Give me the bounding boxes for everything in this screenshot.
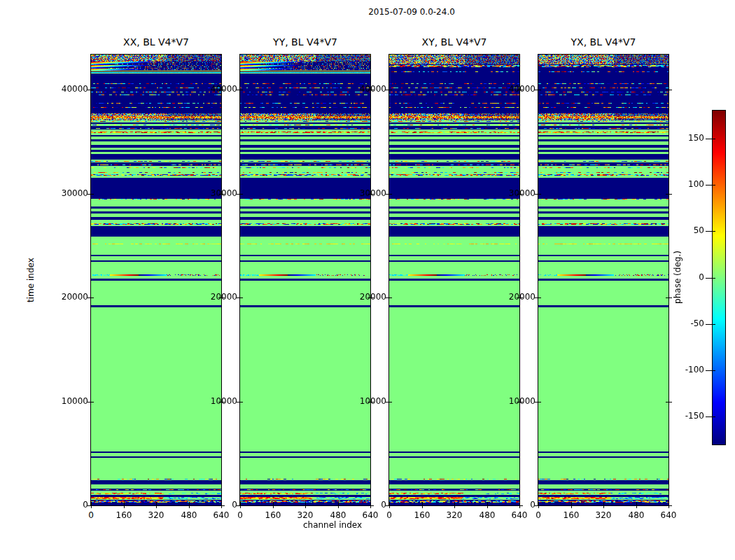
- y-tick-mark: [666, 298, 672, 298]
- colorbar-tick-mark: [706, 416, 715, 417]
- y-tick-label: 10000: [509, 396, 536, 407]
- x-tick-label: 640: [654, 510, 682, 521]
- figure-title: 2015-07-09 0.0-24.0: [307, 7, 517, 17]
- x-tick-label: 320: [589, 510, 617, 521]
- y-tick-label: 40000: [360, 84, 386, 94]
- x-tick-label: 320: [291, 510, 319, 521]
- x-tick-label: 480: [473, 510, 501, 521]
- heatmap-canvas-xx: [91, 55, 221, 505]
- y-tick-label: 10000: [62, 396, 88, 407]
- x-tick-label: 0: [77, 510, 105, 521]
- y-tick-label: 20000: [211, 292, 237, 302]
- y-tick-label: 40000: [62, 84, 88, 94]
- y-tick-label: 20000: [360, 292, 386, 302]
- y-tick-mark: [535, 402, 541, 402]
- y-tick-label: 10000: [211, 396, 237, 407]
- y-tick-label: 40000: [509, 84, 536, 94]
- y-tick-label: 40000: [211, 84, 237, 94]
- x-tick-label: 160: [408, 510, 436, 521]
- x-tick-label: 480: [622, 510, 650, 521]
- x-tick-mark: [571, 502, 572, 508]
- y-tick-mark: [535, 298, 541, 298]
- x-tick-label: 160: [259, 510, 287, 521]
- x-tick-label: 320: [440, 510, 468, 521]
- x-tick-label: 480: [324, 510, 352, 521]
- heatmap-panel-yy: [239, 54, 371, 506]
- x-tick-mark: [668, 502, 669, 508]
- panel-title-xx: XX, BL V4*V7: [91, 36, 221, 48]
- y-tick-mark: [386, 402, 392, 402]
- panel-title-xy: XY, BL V4*V7: [389, 36, 519, 48]
- x-tick-mark: [124, 502, 125, 508]
- heatmap-canvas-xy: [389, 55, 519, 505]
- colorbar-tick-mark: [706, 231, 715, 232]
- y-tick-label: 30000: [62, 188, 88, 199]
- x-tick-mark: [338, 502, 339, 508]
- y-tick-mark: [666, 194, 672, 195]
- y-tick-mark: [535, 90, 541, 90]
- x-tick-mark: [273, 502, 274, 508]
- y-tick-label: 0: [83, 500, 88, 510]
- y-tick-mark: [666, 90, 672, 90]
- y-tick-mark: [88, 90, 94, 90]
- x-tick-mark: [454, 502, 455, 508]
- y-tick-mark: [386, 194, 392, 195]
- x-tick-label: 160: [110, 510, 138, 521]
- y-tick-mark: [535, 194, 541, 195]
- colorbar-tick-label: 100: [688, 179, 704, 190]
- colorbar-tick-label: 0: [699, 272, 704, 283]
- heatmap-panel-xx: [90, 54, 222, 506]
- y-tick-label: 10000: [360, 396, 386, 407]
- y-tick-mark: [237, 194, 243, 195]
- colorbar-tick-label: 50: [694, 225, 704, 236]
- figure-canvas: 2015-07-09 0.0-24.0 XX, BL V4*V7 YY, BL …: [0, 0, 735, 560]
- y-tick-label: 20000: [62, 292, 88, 302]
- x-tick-label: 160: [557, 510, 585, 521]
- panel-title-yy: YY, BL V4*V7: [240, 36, 370, 48]
- x-tick-label: 480: [175, 510, 203, 521]
- y-tick-label: 30000: [360, 188, 386, 199]
- x-tick-mark: [221, 502, 222, 508]
- y-tick-mark: [88, 402, 94, 402]
- x-tick-mark: [91, 502, 92, 508]
- y-tick-mark: [386, 298, 392, 298]
- colorbar-tick-label: 150: [688, 133, 704, 144]
- x-axis-label: channel index: [290, 520, 374, 530]
- y-tick-label: 0: [381, 500, 386, 510]
- x-tick-label: 320: [142, 510, 170, 521]
- colorbar-tick-mark: [706, 324, 715, 325]
- colorbar-tick-label: -50: [690, 318, 704, 329]
- y-tick-mark: [88, 194, 94, 195]
- y-axis-label: time index: [26, 238, 36, 322]
- x-tick-mark: [636, 502, 637, 508]
- x-tick-label: 0: [524, 510, 552, 521]
- y-tick-label: 0: [530, 500, 536, 510]
- x-tick-label: 0: [375, 510, 403, 521]
- colorbar-tick-label: -150: [685, 411, 704, 421]
- y-tick-mark: [386, 90, 392, 90]
- y-tick-label: 0: [232, 500, 237, 510]
- x-tick-mark: [370, 502, 371, 508]
- heatmap-canvas-yx: [538, 55, 668, 505]
- heatmap-canvas-yy: [240, 55, 370, 505]
- y-tick-label: 30000: [509, 188, 536, 199]
- x-tick-mark: [189, 502, 190, 508]
- y-tick-mark: [88, 298, 94, 298]
- x-tick-mark: [538, 502, 539, 508]
- heatmap-panel-yx: [538, 54, 669, 506]
- y-tick-mark: [237, 402, 243, 402]
- x-tick-mark: [240, 502, 241, 508]
- x-tick-mark: [519, 502, 520, 508]
- y-tick-mark: [666, 402, 672, 402]
- colorbar-tick-mark: [706, 185, 715, 186]
- colorbar-tick-mark: [706, 139, 715, 139]
- colorbar-tick-label: -100: [685, 365, 704, 375]
- colorbar-label: phase (deg.): [673, 235, 682, 319]
- y-tick-label: 20000: [509, 292, 536, 302]
- x-tick-mark: [305, 502, 306, 508]
- heatmap-panel-xy: [388, 54, 520, 506]
- x-tick-mark: [156, 502, 157, 508]
- x-tick-label: 0: [226, 510, 254, 521]
- y-tick-label: 30000: [211, 188, 237, 199]
- x-tick-mark: [389, 502, 390, 508]
